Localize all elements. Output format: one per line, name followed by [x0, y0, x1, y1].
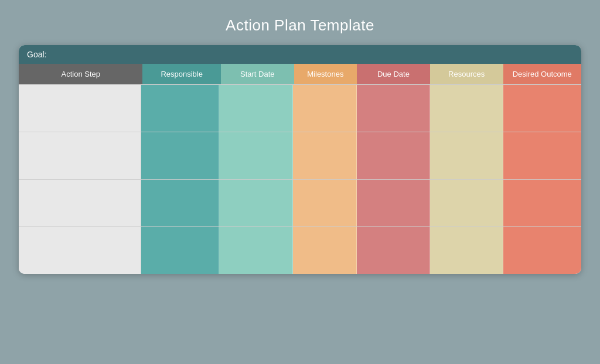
goal-label: Goal:: [27, 50, 46, 59]
cell-start-date-2[interactable]: [219, 132, 292, 179]
col-header-desired-outcome: Desired Outcome: [503, 64, 581, 84]
goal-row: Goal:: [19, 45, 581, 64]
table-row: [19, 226, 581, 274]
cell-milestones-1[interactable]: [293, 85, 357, 132]
grid-table: Action Step Responsible Start Date Miles…: [19, 64, 581, 274]
col-header-milestones: Milestones: [294, 64, 357, 84]
cell-responsible-4[interactable]: [141, 227, 220, 274]
cell-responsible-1[interactable]: [141, 85, 220, 132]
cell-due-date-3[interactable]: [357, 180, 430, 226]
col-header-action-step: Action Step: [19, 64, 142, 84]
cell-resources-1[interactable]: [430, 85, 503, 132]
col-header-due-date: Due Date: [357, 64, 430, 84]
cell-action-step-4[interactable]: [19, 227, 141, 274]
data-rows: [19, 84, 581, 274]
cell-milestones-3[interactable]: [293, 180, 357, 226]
col-header-start-date: Start Date: [221, 64, 294, 84]
cell-action-step-3[interactable]: [19, 180, 141, 226]
cell-due-date-4[interactable]: [357, 227, 430, 274]
cell-desired-outcome-3[interactable]: [503, 180, 581, 226]
table-row: [19, 84, 581, 132]
page-wrapper: Action Plan Template Goal: Action Step R…: [0, 0, 600, 364]
cell-responsible-2[interactable]: [141, 132, 220, 179]
page-title: Action Plan Template: [226, 16, 374, 35]
header-row: Action Step Responsible Start Date Miles…: [19, 64, 581, 84]
cell-responsible-3[interactable]: [141, 180, 220, 226]
table-container: Goal: Action Step Responsible Start Date…: [19, 45, 581, 274]
cell-resources-3[interactable]: [430, 180, 503, 226]
cell-start-date-4[interactable]: [219, 227, 292, 274]
cell-milestones-2[interactable]: [293, 132, 357, 179]
cell-due-date-1[interactable]: [357, 85, 430, 132]
col-header-responsible: Responsible: [142, 64, 220, 84]
cell-desired-outcome-1[interactable]: [503, 85, 581, 132]
col-header-resources: Resources: [430, 64, 503, 84]
cell-due-date-2[interactable]: [357, 132, 430, 179]
table-row: [19, 179, 581, 226]
table-row: [19, 132, 581, 179]
cell-action-step-1[interactable]: [19, 85, 141, 132]
cell-desired-outcome-2[interactable]: [503, 132, 581, 179]
cell-resources-4[interactable]: [430, 227, 503, 274]
cell-start-date-1[interactable]: [219, 85, 292, 132]
cell-action-step-2[interactable]: [19, 132, 141, 179]
cell-desired-outcome-4[interactable]: [503, 227, 581, 274]
cell-resources-2[interactable]: [430, 132, 503, 179]
cell-milestones-4[interactable]: [293, 227, 357, 274]
cell-start-date-3[interactable]: [219, 180, 292, 226]
